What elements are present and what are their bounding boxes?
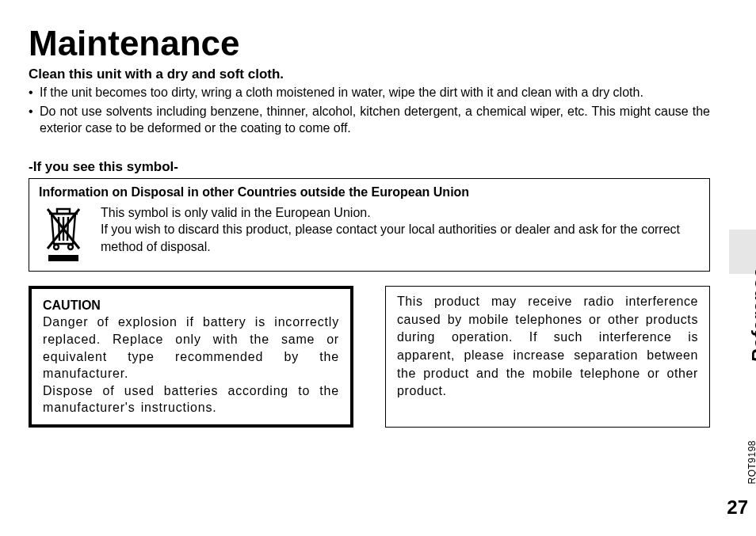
interference-box: This product may receive radio interfere…: [385, 286, 710, 428]
doc-code: RQT9198: [746, 440, 756, 485]
manual-page: Maintenance Clean this unit with a dry a…: [0, 0, 756, 536]
disposal-text: This symbol is only valid in the Europea…: [101, 204, 700, 256]
page-title: Maintenance: [29, 24, 710, 63]
section-label: Reference: [748, 268, 756, 363]
disposal-info-box: Information on Disposal in other Countri…: [29, 178, 710, 272]
caution-p1: Danger of explosion if battery is incorr…: [43, 314, 339, 382]
weee-bin-icon: [39, 204, 88, 261]
svg-point-1: [68, 245, 73, 249]
disposal-line2: If you wish to discard this product, ple…: [101, 221, 700, 255]
clean-bullet-2: Do not use solvents including benzene, t…: [40, 103, 710, 137]
symbol-heading: -If you see this symbol-: [29, 159, 710, 175]
clean-bullet-1: If the unit becomes too dirty, wring a c…: [40, 84, 710, 101]
caution-box: CAUTION Danger of explosion if battery i…: [29, 286, 353, 428]
page-number: 27: [727, 496, 748, 519]
caution-title: CAUTION: [43, 297, 339, 314]
caution-p2: Dispose of used batteries according to t…: [43, 382, 339, 416]
svg-point-0: [54, 245, 59, 249]
clean-bullets: If the unit becomes too dirty, wring a c…: [29, 84, 710, 137]
disposal-box-title: Information on Disposal in other Countri…: [39, 185, 700, 200]
disposal-line1: This symbol is only valid in the Europea…: [101, 204, 700, 222]
clean-heading: Clean this unit with a dry and soft clot…: [29, 67, 710, 82]
